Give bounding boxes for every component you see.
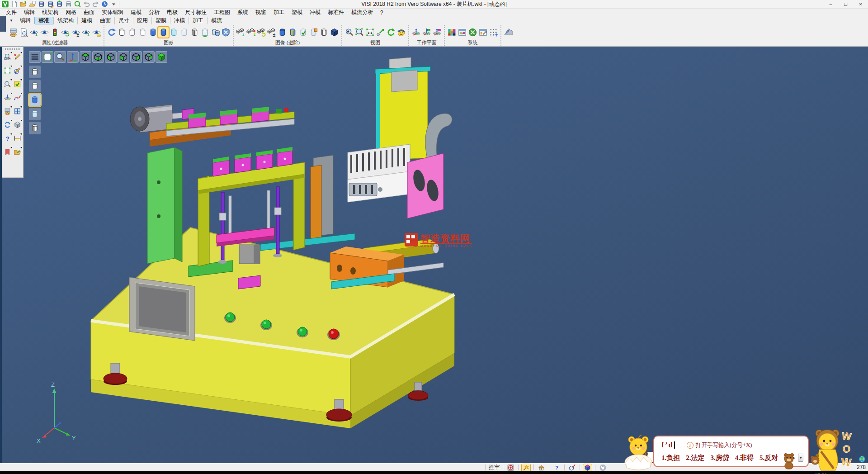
menu-item[interactable]: 冲模 (306, 9, 324, 16)
color-table-icon[interactable] (447, 27, 457, 38)
menu-item[interactable]: 加工 (270, 9, 288, 16)
view-front-icon[interactable] (118, 51, 129, 63)
menu-item[interactable]: 线架构 (38, 9, 62, 16)
shade-shaded-icon[interactable] (29, 94, 41, 106)
cylinder-shaded-icon[interactable] (148, 27, 158, 38)
measure-distance-icon[interactable] (13, 133, 22, 144)
system-config-icon[interactable] (467, 27, 478, 38)
view-refresh-icon[interactable] (386, 27, 396, 38)
menu-item[interactable]: 文件 (2, 9, 20, 16)
show-entities-icon[interactable]: + (29, 27, 39, 38)
menu-item[interactable]: 标准件 (324, 9, 348, 16)
print-icon[interactable] (65, 0, 72, 8)
ime-more-button[interactable]: ▼ (798, 454, 803, 462)
view-back-icon[interactable] (143, 51, 155, 63)
ime-candidate[interactable]: 2.法定 (686, 454, 704, 462)
workplane-entity-icon[interactable] (421, 27, 432, 38)
cylinder-clip-icon[interactable] (308, 27, 319, 38)
qa-dropdown-icon[interactable] (110, 0, 118, 8)
layers-palette-icon[interactable] (3, 106, 12, 117)
workplane-triad-icon[interactable] (3, 93, 12, 104)
viewport-menu-icon[interactable] (29, 51, 41, 63)
hide-entities-icon[interactable]: − (39, 27, 50, 38)
ime-candidate[interactable]: 1.负担 (661, 454, 680, 462)
maximize-button[interactable]: □ (838, 0, 853, 8)
lock-mode-label[interactable]: 拴牢 (489, 464, 500, 471)
workplane-lock-icon[interactable] (583, 464, 592, 471)
export-folder-icon[interactable] (13, 147, 22, 158)
draft-analysis-icon[interactable] (503, 27, 514, 38)
cylinder-shaded-edges-icon[interactable] (158, 27, 169, 38)
visi-logo[interactable] (1, 0, 9, 8)
view-bottom-icon[interactable] (92, 51, 104, 63)
close-button[interactable]: × (853, 0, 868, 8)
toolbar-tab[interactable]: 塑膜 (151, 17, 170, 24)
display-options-icon[interactable] (221, 27, 231, 38)
tab-dropdown-icon[interactable]: ▼ (6, 19, 16, 23)
menu-item[interactable]: 视窗 (252, 9, 270, 16)
cylinder-copy-icon[interactable] (210, 27, 221, 38)
menu-item[interactable]: 建模 (127, 9, 145, 16)
ime-candidate[interactable]: 4.非得 (735, 454, 754, 462)
menu-item[interactable]: 分析 (145, 9, 163, 16)
undo-icon[interactable] (83, 0, 90, 8)
view-iso-icon[interactable] (156, 51, 167, 63)
grid-window-icon[interactable] (13, 106, 22, 117)
spline-edit-icon[interactable] (13, 93, 22, 104)
zoom-select-icon[interactable] (3, 52, 12, 63)
help-question-icon[interactable]: ? (3, 133, 12, 144)
cylinder-ghost-icon[interactable] (169, 27, 179, 38)
shade-wireframe-icon[interactable] (29, 66, 41, 78)
filter-traffic-icon[interactable] (50, 27, 60, 38)
lock-stamp-icon[interactable] (506, 464, 515, 471)
menu-item[interactable]: 曲面 (80, 9, 98, 16)
history-icon[interactable] (101, 0, 108, 8)
snap-grid-icon[interactable] (488, 27, 499, 38)
zoom-frame-icon[interactable] (3, 66, 12, 76)
zoom-dynamic-icon[interactable]: ± (3, 79, 12, 90)
options-icon[interactable] (457, 27, 467, 38)
ime-candidate[interactable]: 5.反对 (760, 454, 778, 462)
menu-item[interactable]: 尺寸标注 (181, 9, 210, 16)
menu-item[interactable]: 塑模 (288, 9, 306, 16)
show-all-icon[interactable]: + (81, 27, 91, 38)
cylinder-striped-icon[interactable] (288, 27, 298, 38)
shade-transparent-icon[interactable] (29, 122, 41, 134)
toolbar-tab[interactable]: 加工 (189, 17, 207, 24)
menu-item[interactable]: 网格 (62, 9, 80, 16)
open-project-icon[interactable] (28, 0, 36, 8)
view-top-icon[interactable] (80, 51, 91, 63)
preview-icon[interactable] (74, 0, 81, 8)
cylinder-blue-icon[interactable] (277, 27, 288, 38)
confirm-check-icon[interactable] (13, 79, 22, 90)
toolbar-tab[interactable]: 曲面 (96, 17, 114, 24)
toolbar-tab[interactable]: 建模 (77, 17, 96, 24)
regen-view-icon[interactable] (3, 120, 12, 131)
zoom-all-icon[interactable]: ± (344, 27, 354, 38)
toolbar-tab[interactable]: 标准 (34, 17, 53, 24)
cylinder-regen-icon[interactable] (200, 27, 210, 38)
toolbar-tab[interactable]: 模流 (207, 17, 226, 24)
menu-item[interactable]: ? (377, 9, 387, 16)
toolbar-tab[interactable]: 编辑 (16, 17, 34, 24)
toolbar-tab[interactable]: 尺寸 (114, 17, 133, 24)
cylinder-hatch2-icon[interactable] (319, 27, 329, 38)
cylinder-wire-icon[interactable] (117, 27, 127, 38)
context-help-icon[interactable]: ? (552, 464, 561, 471)
menu-item[interactable]: 编辑 (20, 9, 38, 16)
toolbar-tab[interactable]: 冲模 (170, 17, 189, 24)
edit-pencil-icon[interactable] (13, 52, 22, 63)
skin-shirt-icon[interactable] (599, 464, 607, 471)
view-right-icon[interactable] (130, 51, 142, 63)
save-as-icon[interactable] (47, 0, 54, 8)
tooling-icon[interactable] (537, 464, 546, 471)
ucs-cube-icon[interactable] (568, 464, 576, 471)
cylinder-check-icon[interactable] (298, 27, 308, 38)
zoom-extents-icon[interactable] (42, 51, 53, 63)
new-file-icon[interactable] (10, 0, 18, 8)
minimize-button[interactable]: – (823, 0, 838, 8)
preview-filter-icon[interactable] (19, 27, 29, 38)
bookmark-tag-icon[interactable] (3, 147, 12, 158)
zoom-window-icon[interactable] (354, 27, 365, 38)
panel-grip[interactable] (5, 48, 20, 50)
